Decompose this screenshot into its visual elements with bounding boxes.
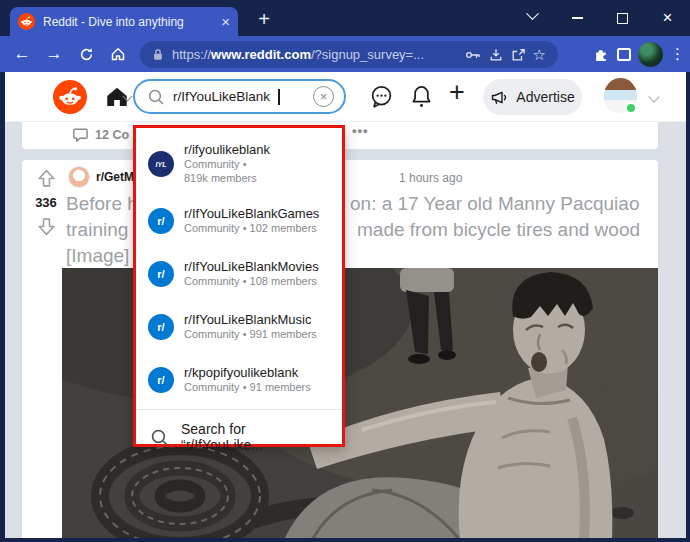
advertise-button[interactable]: Advertise: [483, 79, 582, 115]
tab-close-icon[interactable]: ×: [221, 14, 230, 29]
post-title-fragment[interactable]: on: a 17 Year old Manny Pacquiao: [350, 193, 639, 215]
reddit-page: r/IfYouLikeBlank × +: [5, 72, 686, 538]
reddit-header: r/IfYouLikeBlank × +: [5, 72, 686, 122]
maximize-button[interactable]: [600, 0, 645, 36]
download-icon[interactable]: [489, 48, 503, 62]
window-controls: ×: [510, 0, 690, 36]
search-magnifier-icon: [147, 88, 165, 106]
community-meta: Community • 991 members: [184, 328, 317, 342]
password-key-icon[interactable]: [465, 49, 481, 61]
community-avatar[interactable]: [68, 166, 90, 188]
post-overflow-menu-icon[interactable]: •••: [352, 123, 369, 138]
megaphone-icon: [490, 89, 509, 106]
community-meta: Community • 108 members: [184, 275, 319, 289]
address-bar[interactable]: https://www.reddit.com/?signup_survey=..…: [140, 41, 558, 68]
extensions-puzzle-icon[interactable]: [593, 46, 610, 63]
vote-column: 336: [28, 168, 64, 237]
clear-search-icon[interactable]: ×: [313, 86, 334, 107]
community-meta: Community • 91 members: [184, 381, 311, 395]
community-meta: Community • 102 members: [184, 222, 319, 236]
browser-menu-icon[interactable]: ⋮: [670, 45, 684, 63]
community-icon: r/: [148, 367, 174, 393]
post-title-fragment[interactable]: [Image]: [66, 245, 129, 267]
community-icon: r/: [148, 261, 174, 287]
search-for-label: Search for “r/IfYouLike...: [181, 421, 328, 453]
forward-button[interactable]: →: [38, 44, 70, 64]
text-cursor: [278, 89, 280, 105]
community-name: r/IfYouLikeBlankMovies: [184, 259, 319, 275]
side-panel-icon[interactable]: [617, 48, 631, 61]
search-magnifier-icon: [150, 428, 169, 447]
back-button[interactable]: ←: [6, 44, 38, 64]
user-menu-chevron-icon[interactable]: [648, 91, 659, 102]
comments-button[interactable]: 12 Co: [72, 126, 129, 143]
browser-window: Reddit - Dive into anything × + × ← →: [0, 0, 690, 542]
search-for-row[interactable]: Search for “r/IfYouLike...: [136, 410, 342, 464]
community-name: r/ifyoulikeblank: [184, 142, 270, 158]
community-name: r/IfYouLikeBlankMusic: [184, 312, 317, 328]
notifications-bell-icon[interactable]: [409, 84, 434, 109]
suggestion-item[interactable]: r/ r/IfYouLikeBlankMusic Community • 991…: [136, 300, 342, 353]
url-text: https://www.reddit.com/?signup_survey=..…: [172, 47, 457, 62]
post-title-fragment[interactable]: training: [66, 219, 128, 241]
tab-title: Reddit - Dive into anything: [43, 15, 213, 29]
bookmark-star-icon[interactable]: ☆: [533, 46, 546, 64]
create-post-plus-icon[interactable]: +: [449, 77, 465, 108]
community-meta: 819k members: [184, 172, 270, 186]
comment-bubble-icon: [72, 126, 89, 143]
reddit-favicon-icon: [18, 13, 35, 30]
browser-toolbar: ← → https://www.reddit.com/?signup_surve…: [0, 36, 690, 72]
search-input[interactable]: r/IfYouLikeBlank ×: [133, 79, 346, 114]
post-title-fragment[interactable]: made from bicycle tires and wood: [357, 219, 640, 241]
user-avatar[interactable]: [604, 78, 637, 113]
downvote-icon[interactable]: [36, 216, 57, 237]
titlebar: Reddit - Dive into anything × + ×: [0, 0, 690, 36]
online-status-dot: [625, 102, 637, 114]
community-icon: IYL: [148, 151, 174, 177]
reddit-logo[interactable]: [53, 80, 87, 114]
post-timestamp: 1 hours ago: [399, 171, 462, 185]
close-window-button[interactable]: ×: [645, 0, 690, 36]
new-tab-button[interactable]: +: [250, 6, 278, 32]
browser-tab[interactable]: Reddit - Dive into anything ×: [10, 7, 238, 36]
suggestion-item[interactable]: r/ r/kpopifyoulikeblank Community • 91 m…: [136, 353, 342, 406]
suggestion-item[interactable]: IYL r/ifyoulikeblank Community • 819k me…: [136, 134, 342, 194]
lock-icon: [152, 48, 164, 61]
minimize-button[interactable]: [555, 0, 600, 36]
community-meta: Community •: [184, 158, 270, 172]
community-icon: r/: [148, 314, 174, 340]
search-query-text: r/IfYouLikeBlank: [173, 89, 270, 104]
community-link[interactable]: r/GetM: [96, 170, 134, 184]
refresh-button[interactable]: [70, 47, 102, 62]
tab-search-chevron-icon[interactable]: [510, 0, 555, 36]
chat-icon[interactable]: [369, 84, 394, 109]
community-icon: r/: [148, 208, 174, 234]
suggestion-item[interactable]: r/ r/IfYouLikeBlankGames Community • 102…: [136, 194, 342, 247]
community-name: r/IfYouLikeBlankGames: [184, 206, 319, 222]
share-icon[interactable]: [511, 48, 525, 62]
browser-profile-avatar[interactable]: [638, 42, 663, 67]
advertise-label: Advertise: [516, 89, 574, 105]
vote-count: 336: [35, 195, 57, 210]
search-suggestions-dropdown: IYL r/ifyoulikeblank Community • 819k me…: [133, 125, 345, 447]
post-title-fragment[interactable]: Before h: [66, 193, 138, 215]
community-name: r/kpopifyoulikeblank: [184, 365, 311, 381]
upvote-icon[interactable]: [36, 168, 57, 189]
home-button[interactable]: [102, 46, 134, 62]
suggestion-item[interactable]: r/ r/IfYouLikeBlankMovies Community • 10…: [136, 247, 342, 300]
